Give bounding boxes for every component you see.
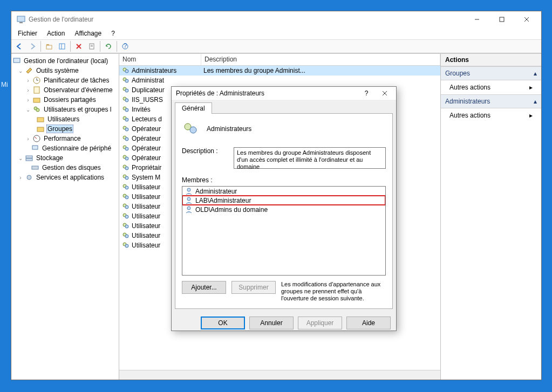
svg-point-35 [125,70,128,73]
cell-name: Administrateurs [119,66,201,75]
description-field[interactable]: Les membres du groupe Administrateurs di… [234,147,386,169]
tree-groups[interactable]: Groupes [46,125,73,133]
folder-icon [36,125,45,133]
services-icon [25,173,33,182]
remove-button[interactable]: Supprimer [231,281,276,294]
svg-rect-17 [13,58,20,63]
horizontal-scrollbar[interactable] [119,370,440,380]
menu-help[interactable]: ? [107,29,119,38]
group-row-icon [121,192,130,201]
svg-point-49 [125,137,128,141]
tree-users[interactable]: Utilisateurs [46,115,80,123]
menu-file[interactable]: Fichier [13,29,42,38]
group-row-icon [121,115,130,123]
up-button[interactable] [43,40,55,52]
svg-point-45 [125,118,128,121]
help-button[interactable]: ? [119,40,131,52]
svg-point-71 [125,244,128,247]
member-row[interactable]: LAB\Administrateur [182,196,385,205]
svg-rect-29 [32,146,38,149]
show-hide-button[interactable] [56,40,68,52]
app-icon [17,15,25,24]
actions-link-other-2[interactable]: Autres actions▸ [441,108,541,122]
actions-group-label: Groupes [445,70,470,77]
group-row-icon [121,163,130,172]
tree-performance[interactable]: Performance [43,135,82,142]
menu-view[interactable]: Affichage [70,29,106,38]
svg-rect-31 [26,159,32,161]
folder-shared-icon [32,95,41,104]
cancel-button[interactable]: Annuler [249,317,294,329]
group-row-icon [121,173,130,182]
col-name[interactable]: Nom [119,54,201,65]
titlebar: Gestion de l'ordinateur [11,11,541,27]
tab-page-general: Administrateurs Description : Les membre… [175,113,393,309]
tree-shared-folders[interactable]: Dossiers partagés [43,96,97,104]
add-button[interactable]: Ajouter... [182,281,226,294]
svg-point-33 [27,175,31,180]
back-button[interactable] [13,40,25,52]
list-row[interactable]: Administrat [119,75,440,85]
tools-icon [25,66,33,75]
group-row-icon [121,76,130,85]
tree-root[interactable]: Gestion de l'ordinateur (local) [23,57,109,65]
actions-link-other-1[interactable]: Autres actions▸ [441,80,541,94]
refresh-button[interactable] [103,40,114,52]
delete-button[interactable] [73,40,85,52]
dialog-close-button[interactable] [378,87,392,100]
menu-action[interactable]: Action [43,29,69,38]
tree-storage[interactable]: Stockage [35,154,64,162]
actions-group-administrateurs[interactable]: Administrateurs▴ [441,94,541,108]
group-row-icon [121,105,130,114]
tab-general[interactable]: Général [175,102,212,114]
computer-icon [12,57,21,65]
properties-button[interactable] [86,40,98,52]
tree-system-tools[interactable]: Outils système [35,67,80,74]
forward-button[interactable] [26,40,38,52]
svg-point-75 [190,127,196,133]
description-label: Description : [182,147,229,155]
svg-point-57 [125,176,128,180]
member-row[interactable]: Administrateur [182,187,385,196]
svg-rect-26 [37,127,44,132]
membership-note: Les modifications d'appartenance aux gro… [281,281,386,302]
group-row-icon [121,66,130,75]
dialog-help-button[interactable]: ? [359,87,373,100]
tree-event-viewer[interactable]: Observateur d'événeme [43,86,114,94]
apply-button[interactable]: Appliquer [298,317,342,329]
svg-point-63 [125,205,128,209]
group-row-icon [121,212,130,221]
help-action-button[interactable]: Aide [346,317,391,329]
group-row-icon [121,134,130,143]
maximize-button[interactable] [489,11,514,27]
actions-group-label: Administrateurs [445,98,490,105]
collapse-icon: ▴ [534,70,537,77]
members-list[interactable]: AdministrateurLAB\AdministrateurOLD\Admi… [182,186,386,276]
tree-users-groups[interactable]: Utilisateurs et groupes l [43,106,112,113]
desktop-label: Mi [1,81,8,88]
list-row[interactable]: AdministrateursLes membres du groupe Adm… [119,66,440,75]
group-row-icon [121,183,130,191]
cell-description: Les membres du groupe Administ... [201,67,440,74]
disk-icon [31,163,39,172]
group-row-icon [121,222,130,230]
svg-point-53 [125,157,128,160]
tree-pane[interactable]: Gestion de l'ordinateur (local) ⌄Outils … [11,54,119,380]
ok-button[interactable]: OK [201,317,245,329]
list-header: Nom Description [119,54,440,66]
actions-group-groupes[interactable]: Groupes▴ [441,66,541,80]
tree-services-apps[interactable]: Services et applications [35,174,105,181]
folder-icon [36,115,45,123]
member-row[interactable]: OLD\Admins du domaine [182,205,385,214]
tree-task-scheduler[interactable]: Planificateur de tâches [43,77,110,84]
svg-point-41 [125,99,128,102]
group-icon [182,120,199,137]
group-row-icon [121,231,130,240]
svg-rect-0 [17,16,25,22]
tree-device-manager[interactable]: Gestionnaire de périphé [41,145,112,152]
tree-disk-management[interactable]: Gestion des disques [41,164,102,171]
minimize-button[interactable] [465,11,489,27]
col-description[interactable]: Description [201,54,440,65]
group-row-icon [121,125,130,133]
close-button[interactable] [514,11,539,27]
